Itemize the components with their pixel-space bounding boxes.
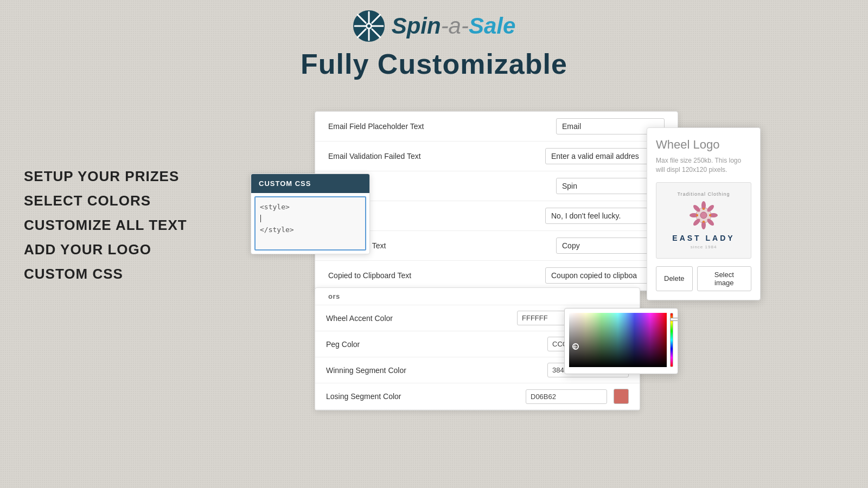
select-image-button[interactable]: Select image — [697, 266, 751, 291]
svg-point-2 — [367, 24, 371, 28]
email-placeholder-label: Email Field Placeholder Text — [328, 122, 547, 131]
svg-rect-13 — [569, 313, 667, 367]
peg-color-label: Peg Color — [326, 340, 541, 349]
losing-segment-swatch[interactable] — [614, 389, 629, 404]
colors-section-header: ors — [315, 288, 640, 305]
wheel-accent-label: Wheel Accent Color — [326, 314, 510, 323]
logo-preview-sub: since 1984 — [691, 245, 717, 249]
css-code: <style> </style> — [260, 202, 361, 235]
logo-preview: Traditional Clothing EAST LA — [656, 182, 751, 259]
header: Spin-a-Sale Fully Customizable — [0, 0, 868, 80]
logo-preview-flower-icon — [687, 199, 720, 232]
logo-panel-desc: Max file size 250kb. This logo will disp… — [656, 156, 751, 175]
sidebar-item-text[interactable]: Customize All Text — [24, 217, 187, 234]
losing-segment-label: Losing Segment Color — [326, 392, 519, 401]
logo-panel-title: Wheel Logo — [656, 138, 751, 152]
svg-point-28 — [709, 214, 711, 216]
page-title: Fully Customizable — [0, 48, 868, 80]
sidebar-item-css[interactable]: Custom CSS — [24, 266, 187, 282]
color-gradient-canvas[interactable] — [569, 313, 667, 367]
svg-point-16 — [700, 212, 707, 219]
logo-panel-buttons: Delete Select image — [656, 266, 751, 291]
email-validation-label: Email Validation Failed Text — [328, 152, 537, 160]
color-picker-inner: + — [565, 309, 678, 374]
copied-text-label: Copied to Clipboard Text — [328, 271, 537, 280]
delete-button[interactable]: Delete — [656, 266, 693, 291]
color-picker-popup: + — [564, 308, 678, 374]
svg-point-26 — [703, 221, 705, 223]
hue-slider[interactable] — [670, 313, 673, 367]
logo-preview-name: EAST LADY — [672, 234, 735, 242]
losing-segment-input[interactable] — [526, 389, 607, 404]
css-panel-body[interactable]: <style> </style> — [254, 196, 366, 251]
winning-segment-label: Winning Segment Color — [326, 366, 541, 375]
sidebar-list: Setup Your Prizes Select Colors Customiz… — [24, 168, 187, 282]
sidebar-item-prizes[interactable]: Setup Your Prizes — [24, 168, 187, 185]
hue-slider-thumb — [670, 318, 678, 321]
logo-area: Spin-a-Sale — [0, 10, 868, 42]
form-row-email-validation: Email Validation Failed Text — [315, 142, 678, 171]
sidebar-item-logo[interactable]: Add Your Logo — [24, 241, 187, 258]
gradient-area-container[interactable]: + — [569, 313, 667, 369]
svg-point-27 — [696, 214, 698, 216]
color-row-losing: Losing Segment Color — [315, 383, 640, 410]
sidebar-item-colors[interactable]: Select Colors — [24, 192, 187, 209]
form-row-email-placeholder: Email Field Placeholder Text — [315, 112, 678, 142]
logo-text: Spin-a-Sale — [392, 13, 516, 39]
wheel-logo-icon — [353, 10, 385, 42]
form-row-copied-text: Copied to Clipboard Text — [315, 261, 678, 291]
css-panel-header: CUSTOM CSS — [251, 174, 369, 193]
svg-point-25 — [703, 208, 705, 210]
logo-panel: Wheel Logo Max file size 250kb. This log… — [647, 127, 761, 300]
custom-css-panel: CUSTOM CSS <style> </style> — [251, 174, 370, 254]
logo-preview-company: Traditional Clothing — [677, 191, 730, 197]
